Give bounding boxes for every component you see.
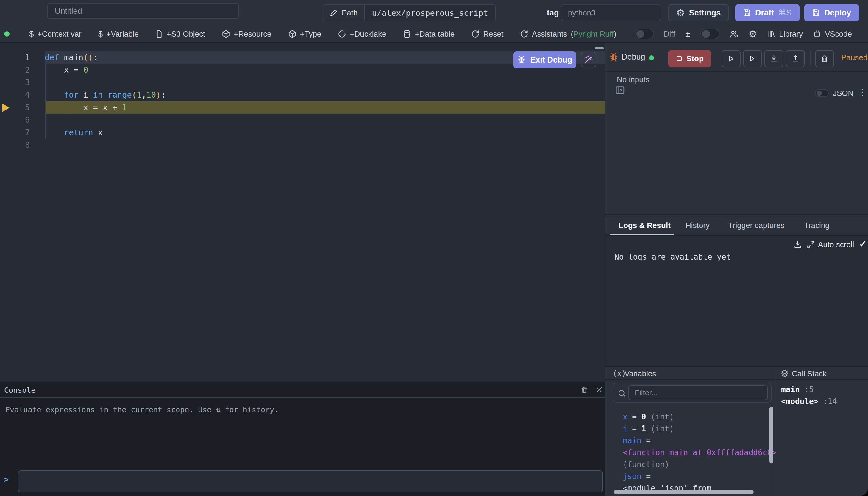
save-icon <box>812 9 820 17</box>
active-tab-underline <box>610 234 674 235</box>
no-inputs-message: No inputs <box>617 75 649 84</box>
divider <box>810 51 811 65</box>
add-variable-button[interactable]: $ +Variable <box>98 29 139 39</box>
clear-debug-button[interactable] <box>815 50 834 67</box>
pencil-icon <box>330 9 337 17</box>
gear-icon[interactable]: ⚙ <box>748 29 757 39</box>
console-input[interactable] <box>18 470 603 493</box>
ducklake-icon <box>338 30 346 38</box>
debug-status: Paused <box>841 53 867 62</box>
dollar-icon: $ <box>98 29 103 39</box>
expand-logs-icon[interactable] <box>807 241 815 249</box>
assistants-button[interactable]: Assistants (Pyright Ruff) <box>520 30 616 39</box>
code-line[interactable]: return x <box>45 126 605 139</box>
step-over-button[interactable] <box>743 50 762 67</box>
script-title-input[interactable] <box>47 3 239 19</box>
debug-active-dot <box>649 56 654 60</box>
variable-item[interactable]: i = 1 (int) <box>623 423 766 435</box>
step-out-button[interactable] <box>786 50 805 67</box>
line-number[interactable]: 6 <box>0 114 45 126</box>
code-line[interactable] <box>45 114 605 126</box>
variable-item[interactable]: x = 0 (int) <box>623 411 766 423</box>
kebab-menu-icon[interactable]: ⋮ <box>858 87 867 97</box>
collab-toggle[interactable] <box>700 29 720 39</box>
add-ducklake-button[interactable]: +Ducklake <box>338 30 386 39</box>
indent-guide <box>65 101 65 114</box>
reset-button[interactable]: Reset <box>471 30 503 39</box>
ai-wand-button[interactable] <box>581 52 596 67</box>
vscode-button[interactable]: VScode <box>813 30 852 39</box>
add-type-button[interactable]: +Type <box>288 30 321 39</box>
line-number[interactable]: 4 <box>0 89 45 101</box>
debug-toolbar: Debug Stop <box>605 43 868 72</box>
code-line[interactable]: for i in range(1,10): <box>45 89 605 101</box>
line-number[interactable]: 8 <box>0 139 45 151</box>
stop-button[interactable]: Stop <box>668 50 711 67</box>
variable-item[interactable]: main = <function main at 0xffffadadd6c0>… <box>623 435 766 470</box>
edit-path-button[interactable]: Path <box>323 5 365 21</box>
database-icon <box>403 30 411 38</box>
panel-open-icon[interactable] <box>615 85 625 95</box>
add-resource-button[interactable]: +Resource <box>222 30 271 39</box>
check-icon[interactable]: ✓ <box>859 239 867 249</box>
inputs-panel: No inputs JSON ⋮ <box>605 72 868 214</box>
tab-trigger-captures[interactable]: Trigger captures <box>728 221 784 230</box>
vscode-label: VScode <box>825 30 852 39</box>
download-logs-icon[interactable] <box>793 241 802 249</box>
token-line: json = <box>623 470 766 482</box>
code-editor[interactable]: 12345678 def main(): x = 0 for i in rang… <box>0 43 605 382</box>
tab-logs-result[interactable]: Logs & Result <box>618 221 670 230</box>
tab-history[interactable]: History <box>685 221 710 230</box>
token-line: (function) <box>623 459 766 470</box>
tab-tracing[interactable]: Tracing <box>804 221 830 230</box>
continue-button[interactable] <box>722 50 741 67</box>
code-line[interactable]: x = x + 1 <box>45 101 605 114</box>
save-icon <box>743 9 751 17</box>
callstack-list[interactable]: main :5<module> :14 <box>781 384 837 407</box>
add-s3-object-button[interactable]: +S3 Object <box>155 30 205 39</box>
console-panel: Console Evaluate expressions in the curr… <box>0 382 605 496</box>
vertical-scrollbar[interactable] <box>770 407 773 463</box>
script-path-value[interactable]: u/alex/prosperous_script <box>365 5 495 21</box>
add-context-var-button[interactable]: $ +Context var <box>29 29 82 39</box>
draft-button[interactable]: Draft ⌘S <box>735 4 800 21</box>
exit-debug-label: Exit Debug <box>530 56 572 65</box>
library-button[interactable]: Library <box>767 30 803 39</box>
close-console-icon[interactable] <box>595 386 603 393</box>
add-data-table-button[interactable]: +Data table <box>403 30 455 39</box>
callstack-frame[interactable]: main :5 <box>781 384 837 396</box>
line-number[interactable]: 1 <box>0 51 45 64</box>
layers-icon <box>780 369 789 377</box>
search-icon <box>617 389 626 398</box>
json-toggle[interactable] <box>815 89 829 97</box>
deploy-button[interactable]: Deploy <box>804 4 859 21</box>
callstack-frame[interactable]: <module> :14 <box>781 396 837 407</box>
users-icon[interactable] <box>730 30 739 38</box>
variables-title: Variables <box>625 369 656 378</box>
step-into-button[interactable] <box>764 50 784 67</box>
code-line[interactable] <box>45 76 605 89</box>
auto-scroll-label: Auto scroll <box>818 240 854 249</box>
deploy-label: Deploy <box>824 8 851 18</box>
callstack-panel: Call Stack main :5<module> :14 <box>775 367 868 496</box>
horizontal-scrollbar[interactable] <box>614 490 754 494</box>
variables-filter-input[interactable] <box>628 385 768 400</box>
add-ducklake-label: +Ducklake <box>350 30 386 39</box>
line-number[interactable]: 7 <box>0 126 45 139</box>
clear-console-icon[interactable] <box>581 386 588 393</box>
exit-debug-button[interactable]: Exit Debug <box>514 51 576 68</box>
code-line[interactable] <box>45 139 605 151</box>
rotate-icon <box>520 30 528 38</box>
variables-list[interactable]: x = 0 (int)i = 1 (int)main = <function m… <box>623 411 766 494</box>
panel-resize-handle[interactable] <box>595 47 604 49</box>
diff-plus-minus-icon[interactable]: ± <box>685 29 690 39</box>
library-icon <box>767 30 775 38</box>
tag-input[interactable] <box>561 4 661 21</box>
token-line: main = <box>623 435 766 447</box>
add-resource-label: +Resource <box>234 30 271 39</box>
assistants-toggle[interactable] <box>635 29 654 39</box>
line-number[interactable]: 3 <box>0 76 45 89</box>
editor-gutter[interactable]: 12345678 <box>0 51 45 151</box>
line-number[interactable]: 2 <box>0 64 45 76</box>
settings-button[interactable]: ⚙ Settings <box>668 4 729 21</box>
